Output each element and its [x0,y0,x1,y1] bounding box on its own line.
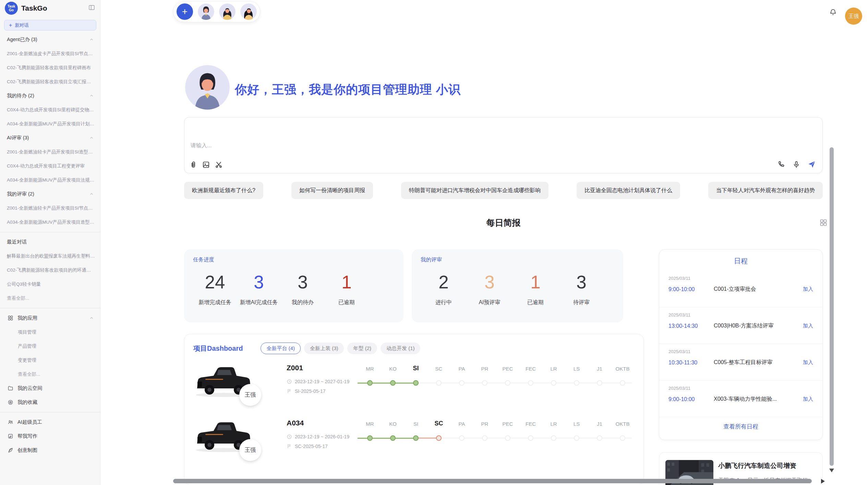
project-row[interactable]: 王强 A034 2023-12-19 ~ 2026-01-19 SC-2025-… [184,409,643,464]
composer[interactable]: 请输入... [184,117,823,173]
join-meeting-link[interactable]: 加入 [803,323,813,329]
project-dashboard-card: 项目Dashboard 全新平台 (4) 全新上装 (3) 年型 (2) 动总开… [184,334,644,485]
conversation-avatar[interactable] [240,3,257,20]
join-meeting-link[interactable]: 加入 [803,396,813,402]
sidebar-item-product-mgmt[interactable]: 产品管理 [0,339,100,353]
join-meeting-link[interactable]: 加入 [803,286,813,293]
daily-briefing-title: 每日简报 [486,217,521,228]
project-row[interactable]: 王强 Z001 2023-12-19 ~ 2027-01-19 SI-2025-… [184,353,643,409]
folder-icon [8,385,13,391]
suggestion-chip[interactable]: 欧洲新规最近颁布了什么? [184,182,263,199]
quill-icon [8,447,13,453]
apps-grid-icon [8,315,13,321]
filter-pill-body[interactable]: 全新上装 (3) [304,343,344,354]
stat-value: 1 [513,272,558,292]
filter-pill-platform[interactable]: 全新平台 (4) [261,343,301,354]
conversation-avatar[interactable] [219,3,236,20]
sidebar-item[interactable]: 解释最新出台的欧盟报废车法规再生塑料比例被调至15%... [0,249,100,263]
sidebar-item-creative-drawing[interactable]: 创意制图 [0,443,100,457]
milestone-dot [482,380,487,386]
suggestion-chip[interactable]: 如何写一份清晰的项目周报 [291,182,373,199]
sidebar-item-favorites[interactable]: 我的收藏 [0,395,100,409]
milestone-label: LR [543,421,565,427]
sidebar-item[interactable]: C0X4-动力总成开发项目工程变更评审 [0,159,100,173]
suggestion-chip[interactable]: 比亚迪全固态电池计划具体说了什么 [577,182,680,199]
view-all-schedule-link[interactable]: 查看所有日程 [659,423,822,431]
app-title: TaskGo [21,4,85,12]
sidebar-item[interactable]: A034-全新新能源MUV产品开发项目计划变更表编写 [0,117,100,131]
sidebar-item-change-mgmt[interactable]: 变更管理 [0,353,100,367]
sidebar-item[interactable]: C0X4-动力总成开发项目SI里程碑提交物检查 [0,103,100,117]
new-chat-button[interactable]: + 新对话 [4,20,96,30]
send-icon[interactable] [807,160,816,169]
milestone-label-current: SC [428,420,450,427]
section-header-my-todo[interactable]: 我的待办 (2) [0,89,100,103]
schedule-item: 2025/03/11 13:00-14:30 C003|H0B-方案冻结评审 加… [659,307,822,344]
milestone-label: PR [474,421,496,427]
add-conversation-button[interactable]: + [177,3,193,20]
project-dates: 2023-12-19 ~ 2027-01-19 [295,379,349,384]
scroll-down-arrow[interactable] [829,469,834,472]
sidebar-item[interactable]: A034-全新新能源MUV产品开发项目造型可行性评审 [0,215,100,229]
section-header-my-review[interactable]: 我的评审 (2) [0,187,100,201]
stat-new-completed: 24 新增完成任务 [193,272,237,306]
section-header-agent-done[interactable]: Agent已办 (3) [0,33,100,47]
filter-pill-powertrain[interactable]: 动总开发 (1) [381,343,421,354]
sidebar-item-ai-super-staff[interactable]: AI超级员工 [0,415,100,429]
image-upload-icon[interactable] [202,161,210,169]
sidebar-item[interactable]: Z001-全新燃油轻卡产品开发项目SI造型提交物评审 [0,145,100,159]
main-area: + 王强 你好，王强，我是你的项目管理助理 小识 请输入... [100,0,868,485]
chevron-up-icon [89,316,94,321]
sidebar-collapse-icon[interactable] [88,4,95,12]
sidebar-item[interactable]: A034-全新新能源MUV产品开发项目法规符合性评审 [0,173,100,187]
schedule-time: 9:00-10:00 [668,396,714,402]
microphone-icon[interactable] [792,160,800,169]
suggestion-chip[interactable]: 特朗普可能对进口汽车增税会对中国车企造成哪些影响 [401,182,548,199]
milestone-dot [505,380,510,386]
sidebar-item[interactable]: Z001-全新燃油皮卡产品开发项目SI节点Lesson Learn报告 [0,47,100,61]
voice-call-icon[interactable] [777,160,785,169]
notifications-bell-icon[interactable] [829,8,837,16]
view-all-conversations[interactable]: 查看全部... [0,291,100,305]
sidebar-item[interactable]: C02-飞腾新能源轻客改款项目的闭环通告反馈情况 [0,263,100,277]
milestone-label: LS [566,421,588,427]
screenshot-scissors-icon[interactable] [215,161,223,169]
milestone-label: FEC [520,421,542,427]
horizontal-scrollbar-thumb[interactable] [173,479,812,483]
milestone-label: PR [474,366,496,372]
filter-pill-model-year[interactable]: 年型 (2) [347,343,377,354]
sidebar-item[interactable]: 公司Q3轻卡销量 [0,277,100,291]
scroll-right-arrow[interactable] [821,479,825,484]
section-header-ai-review[interactable]: AI评审 (3) [0,131,100,145]
sidebar-item-help-me-write[interactable]: 帮我写作 [0,429,100,443]
view-all-apps[interactable]: 查看全部... [0,367,100,381]
sidebar-item[interactable]: C02-飞腾新能源轻客改款项目立项汇报方案 [0,75,100,89]
section-header-recent: 最近对话 [0,235,100,249]
my-apps-label: 我的应用 [17,315,37,321]
attach-icon[interactable] [189,161,197,169]
milestone-label-current: SI [405,365,427,372]
sidebar-item[interactable]: C02-飞腾新能源轻客改款项目里程碑画布 [0,61,100,75]
conversation-avatar[interactable] [198,3,214,20]
milestone-label: SC [428,366,450,372]
milestone-dot [574,435,579,441]
layout-grid-icon[interactable] [819,219,828,227]
help-me-write-label: 帮我写作 [17,433,37,439]
milestone-timeline: MR KO SI SC PA PR PEC FEC LR LS J1 OKTB [358,421,632,445]
join-meeting-link[interactable]: 加入 [803,359,813,366]
project-flag-milestone: SI-2025-05-17 [295,388,326,394]
stat-label: 已逾期 [513,299,558,306]
sidebar-item[interactable]: Z001-全新燃油轻卡产品开发项目SI节点属性5D文件评审 [0,201,100,215]
milestone-dot [551,380,556,386]
stat-label: AI预评审 [467,299,513,306]
sidebar-item-cloud-space[interactable]: 我的云空间 [0,381,100,395]
suggestion-chip[interactable]: 当下年轻人对汽车外观有怎样的喜好趋势 [708,182,823,199]
user-avatar[interactable]: 王强 [845,8,862,25]
schedule-item: 2025/03/11 9:00-10:00 X003-车辆动力学性能验... 加… [659,381,822,417]
schedule-card: 日程 2025/03/11 9:00-10:00 C001-立项审批会 加入 2… [659,249,823,440]
milestone-label: KO [382,421,404,427]
sidebar-item-my-apps[interactable]: 我的应用 [0,311,100,325]
milestone-label: OKTB [612,366,634,372]
sidebar-item-project-mgmt[interactable]: 项目管理 [0,325,100,339]
vertical-scrollbar-thumb[interactable] [830,147,834,466]
